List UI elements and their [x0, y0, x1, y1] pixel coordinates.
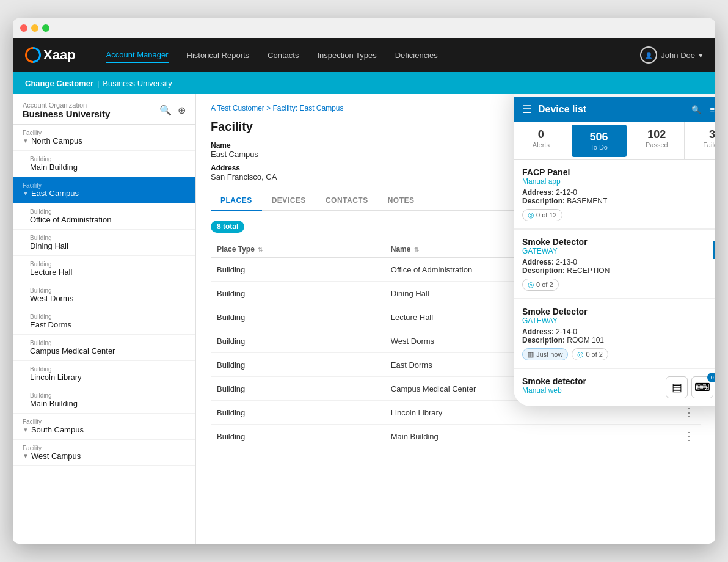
device-header: ☰ Device list 🔍 ≡ ⋮: [514, 97, 715, 122]
device-source[interactable]: GATEWAY: [522, 247, 588, 255]
nav-deficiencies[interactable]: Deficiencies: [395, 48, 438, 62]
navbar: Xaap Account Manager Historical Reports …: [13, 38, 715, 72]
maximize-dot[interactable]: [42, 24, 49, 32]
device-list: FACP Panel Manual app ••• Address: 2-12-…: [514, 160, 715, 406]
stat-todo[interactable]: 506 To Do: [572, 125, 627, 157]
todo-label: To Do: [575, 144, 623, 151]
cell-place-type: Building: [211, 401, 385, 425]
device-badge-count[interactable]: ◎ 0 of 12: [522, 209, 562, 221]
add-place-button[interactable]: d Place: [713, 241, 715, 259]
notification-badge: 0: [707, 373, 715, 382]
device-badges: ◎ 0 of 12: [522, 209, 715, 221]
sidebar-item-office-admin[interactable]: Building Office of Administration: [13, 203, 195, 230]
stat-alerts[interactable]: 0 Alerts: [514, 122, 569, 159]
failed-label: Failed: [688, 141, 715, 148]
device-badge-just-now[interactable]: ▥ Just now: [522, 348, 568, 360]
device-source[interactable]: Manual app: [522, 177, 570, 186]
sort-icon: ⇅: [414, 246, 419, 253]
row-actions[interactable]: ⋮: [676, 425, 701, 448]
nav-contacts[interactable]: Contacts: [268, 48, 299, 62]
logo: Xaap: [25, 47, 76, 63]
change-customer-link[interactable]: Change Customer: [25, 79, 93, 88]
device-item-smoke3: Smoke detector Manual web ▤ ⌨ 0: [514, 369, 715, 406]
device-source[interactable]: Manual web: [522, 386, 586, 395]
nav-account-manager[interactable]: Account Manager: [106, 48, 169, 63]
device-header-actions: 🔍 ≡ ⋮: [691, 105, 715, 114]
sidebar-item-campus-medical[interactable]: Building Campus Medical Center: [13, 335, 195, 361]
device-source[interactable]: GATEWAY: [522, 316, 588, 325]
chevron-icon: ▼: [23, 137, 29, 144]
device-name: Smoke Detector: [522, 307, 588, 316]
col-place-type[interactable]: Place Type ⇅: [211, 241, 385, 258]
user-avatar: 👤: [640, 46, 657, 64]
alerts-count: 0: [517, 128, 565, 141]
device-badge-count[interactable]: ◎ 0 of 2: [572, 348, 608, 360]
badge-icon: ◎: [528, 280, 534, 289]
cell-place-type: Building: [211, 282, 385, 305]
add-icon[interactable]: ⊕: [178, 104, 186, 116]
device-address: Address: 2-14-0: [522, 327, 715, 336]
sidebar: Account Organization Business University…: [13, 94, 196, 544]
nav-inspection-types[interactable]: Inspection Types: [317, 48, 376, 62]
sidebar-item-lincoln-library[interactable]: Building Lincoln Library: [13, 361, 195, 387]
device-address: Address: 2-12-0: [522, 188, 715, 197]
close-dot[interactable]: [20, 24, 27, 32]
minimize-dot[interactable]: [31, 24, 38, 32]
cell-place-type: Building: [211, 353, 385, 377]
sidebar-item-lecture-hall[interactable]: Building Lecture Hall: [13, 256, 195, 282]
sidebar-actions: 🔍 ⊕: [159, 104, 186, 116]
app-window: Xaap Account Manager Historical Reports …: [13, 18, 715, 544]
nav-historical-reports[interactable]: Historical Reports: [187, 48, 250, 62]
breadcrumb-separator: |: [97, 79, 99, 88]
sort-icon: ⇅: [258, 246, 263, 253]
sidebar-item-main-building-1[interactable]: Building Main Building: [13, 151, 195, 177]
device-address: Address: 2-13-0: [522, 258, 715, 266]
current-customer: Business University: [103, 79, 172, 88]
search-icon[interactable]: 🔍: [159, 104, 172, 116]
sidebar-item-west-dorms[interactable]: Building West Dorms: [13, 282, 195, 308]
filter-icon[interactable]: ≡: [710, 105, 715, 114]
sidebar-org-name: Business University: [23, 109, 110, 119]
chevron-icon: ▼: [23, 190, 29, 197]
device-badge-count[interactable]: ◎ 0 of 2: [522, 279, 559, 291]
hamburger-icon[interactable]: ☰: [522, 103, 532, 116]
tab-places[interactable]: PLACES: [211, 191, 262, 211]
device-name: Smoke detector: [522, 376, 586, 386]
barcode-icon: ▥: [528, 351, 534, 359]
logo-text: Xaap: [43, 47, 76, 63]
badge-text: Just now: [536, 351, 562, 358]
stat-failed[interactable]: 3 Failed: [685, 122, 715, 159]
barcode-scan-icon[interactable]: ▤: [666, 376, 688, 398]
sidebar-item-north-campus-facility[interactable]: Facility ▼ North Campus: [13, 125, 195, 151]
table-row[interactable]: Building Main Building ⋮: [211, 425, 701, 448]
sidebar-item-south-campus-facility[interactable]: Facility ▼ South Campus: [13, 414, 195, 440]
tab-notes[interactable]: NOTES: [378, 191, 424, 211]
device-overlay: ☰ Device list 🔍 ≡ ⋮ 0 Alerts 506: [514, 94, 715, 406]
sidebar-org-label: Account Organization: [23, 101, 110, 109]
cell-place-type: Building: [211, 329, 385, 353]
sidebar-item-west-campus-facility[interactable]: Facility ▼ West Campus: [13, 440, 195, 466]
passed-label: Passed: [633, 141, 681, 148]
search-icon[interactable]: 🔍: [691, 105, 701, 114]
device-badges: ◎ 0 of 2: [522, 279, 715, 291]
badge-text: 0 of 12: [536, 211, 557, 219]
sidebar-item-east-campus-facility[interactable]: Facility ▼ East Campus: [13, 177, 195, 203]
detail-pane: Edit d Place A Test Customer > Facility:…: [196, 94, 715, 544]
sidebar-item-east-dorms[interactable]: Building East Dorms: [13, 308, 195, 335]
badge-icon: ◎: [528, 211, 534, 219]
sidebar-item-main-building-2[interactable]: Building Main Building: [13, 387, 195, 414]
passed-count: 102: [633, 128, 681, 141]
stat-passed[interactable]: 102 Passed: [630, 122, 685, 159]
cell-place-type: Building: [211, 377, 385, 401]
cell-place-type: Building: [211, 258, 385, 282]
chevron-right-icon: ▼: [23, 453, 29, 459]
sidebar-org-info: Account Organization Business University: [23, 101, 110, 119]
device-item-smoke2: Smoke Detector GATEWAY ••• Address: 2-14…: [514, 299, 715, 368]
user-menu[interactable]: 👤 John Doe ▾: [640, 46, 703, 64]
sidebar-item-dining-hall[interactable]: Building Dining Hall: [13, 230, 195, 256]
badge-icon: ◎: [577, 350, 583, 359]
tab-devices[interactable]: DEVICES: [262, 191, 316, 211]
cell-place-type: Building: [211, 425, 385, 448]
device-item-smoke1: Smoke Detector GATEWAY ••• Address: 2-13…: [514, 230, 715, 299]
tab-contacts[interactable]: CONTACTS: [316, 191, 378, 211]
